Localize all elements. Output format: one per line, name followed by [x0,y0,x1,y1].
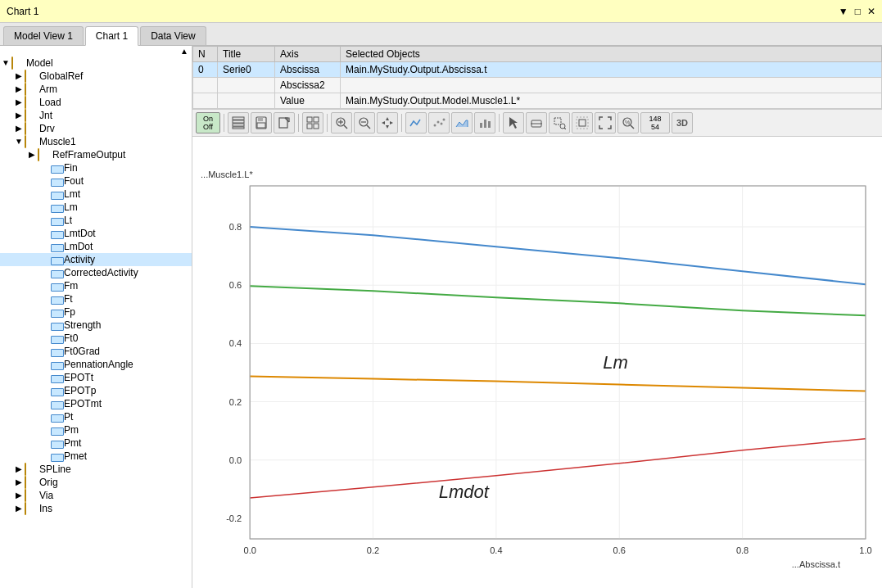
zoom-in-button[interactable] [331,112,352,133]
fit-button[interactable] [595,112,616,133]
select-tool-button[interactable] [503,112,524,133]
sidebar-item-ft0[interactable]: Ft0 [0,332,192,345]
sidebar-item-drv[interactable]: ▶Drv [0,122,192,135]
zoom-out2-button[interactable] [572,112,593,133]
tree-expander[interactable]: ▶ [13,70,25,82]
tree-label: Arm [39,84,57,95]
tree-label: Via [39,490,53,501]
tab-data-view[interactable]: Data View [140,26,206,45]
sidebar-item-arm[interactable]: ▶Arm [0,83,192,96]
sidebar-item-fp[interactable]: Fp [0,305,192,319]
tree-expander[interactable]: ▼ [13,136,25,147]
x-tick: 0.8 [736,545,749,555]
sidebar-item-correctedactivity[interactable]: CorrectedActivity [0,266,192,279]
zoom-out-button[interactable] [354,112,375,133]
table-row[interactable]: 0 Serie0 Abscissa Main.MyStudy.Output.Ab… [193,62,882,78]
sidebar-item-fm[interactable]: Fm [0,279,192,292]
sidebar-item-refframeoutput[interactable]: ▶RefFrameOutput [0,148,192,161]
sidebar-scroll-up[interactable]: ▲ [180,47,188,56]
sidebar-item-pmt[interactable]: Pmt [0,436,192,450]
sidebar-item-jnt[interactable]: ▶Jnt [0,109,192,122]
sidebar-item-epott[interactable]: EPOTt [0,371,192,384]
sidebar-item-lmtdot[interactable]: LmtDot [0,227,192,240]
zoom-percent-button[interactable]: % [617,112,639,133]
export-button[interactable] [274,112,295,133]
on-off-toggle[interactable]: On Off [196,112,220,133]
sidebar-item-lt[interactable]: Lt [0,214,192,227]
svg-rect-9 [307,117,312,122]
sidebar-item-muscle1[interactable]: ▼Muscle1 [0,135,192,148]
close-button[interactable]: ✕ [867,6,875,17]
col-axis: Axis [275,47,341,62]
tree-expander-empty [39,359,51,370]
sidebar-item-load[interactable]: ▶Load [0,96,192,109]
sidebar-item-pennationangle[interactable]: PennationAngle [0,358,192,371]
x-tick: 0.6 [613,545,626,555]
tree-expander-empty [39,319,51,331]
tree-label: PennationAngle [64,359,133,370]
table-row[interactable]: Value Main.MyStudy.Output.Model.Muscle1.… [193,93,882,109]
sidebar-item-pt[interactable]: Pt [0,410,192,423]
tree-label: Ft [64,293,73,305]
sidebar-item-globalref[interactable]: ▶GlobalRef [0,70,192,83]
tree-expander[interactable]: ▶ [13,110,25,121]
svg-rect-38 [579,120,586,126]
tab-model-view[interactable]: Model View 1 [3,26,84,45]
wave3-button[interactable] [451,112,473,133]
tree-expander[interactable]: ▶ [13,477,25,488]
sidebar-item-activity[interactable]: Activity [0,253,192,266]
sidebar-item-orig[interactable]: ▶Orig [0,476,192,489]
cell-title [218,78,275,93]
sidebar-item-ft[interactable]: Ft [0,292,192,305]
chart-area: ...Muscle1.L* ...Abscissa.t [192,137,882,588]
sidebar-item-fout[interactable]: Fout [0,174,192,188]
bar-button[interactable] [474,112,495,133]
sidebar-item-ins[interactable]: ▶Ins [0,502,192,515]
pan-button[interactable] [377,112,398,133]
tree-expander[interactable]: ▶ [13,464,25,475]
sidebar[interactable]: ▲ ▼Model▶GlobalRef▶Arm▶Load▶Jnt▶Drv▼Musc… [0,46,192,588]
svg-rect-5 [258,117,263,121]
sidebar-item-lm[interactable]: Lm [0,201,192,214]
sidebar-item-pmet[interactable]: Pmet [0,450,192,463]
grid-button[interactable] [302,112,323,133]
badge-button[interactable]: 148 54 [640,112,670,133]
sep4 [401,114,402,132]
tree-expander[interactable]: ▼ [0,57,11,69]
table-row[interactable]: Abscissa2 [193,78,882,93]
3d-button[interactable]: 3D [672,112,693,133]
sidebar-item-epotmt[interactable]: EPOTmt [0,397,192,410]
sidebar-item-via[interactable]: ▶Via [0,489,192,502]
wave2-button[interactable] [428,112,450,133]
svg-rect-1 [233,120,244,123]
tree-expander[interactable]: ▶ [13,503,25,514]
zoom-region-button[interactable] [549,112,570,133]
tree-expander[interactable]: ▶ [13,490,25,501]
tab-chart[interactable]: Chart 1 [85,26,138,46]
tree-container: ▼Model▶GlobalRef▶Arm▶Load▶Jnt▶Drv▼Muscle… [0,57,192,515]
sidebar-item-strength[interactable]: Strength [0,319,192,332]
sidebar-item-spline[interactable]: ▶SPLine [0,463,192,476]
tree-expander[interactable]: ▶ [13,123,25,134]
tree-expander[interactable]: ▶ [13,97,25,108]
tree-expander-empty [39,280,51,292]
sidebar-item-epotp[interactable]: EPOTp [0,384,192,397]
maximize-button[interactable]: □ [855,6,861,17]
pan-tool-button[interactable] [526,112,547,133]
save-button[interactable] [251,112,272,133]
sidebar-item-lmt[interactable]: Lmt [0,188,192,201]
sidebar-item-lmdot[interactable]: LmDot [0,240,192,253]
tree-expander[interactable]: ▶ [13,84,25,95]
window-controls[interactable]: ▼ □ ✕ [839,6,875,17]
sidebar-item-fin[interactable]: Fin [0,161,192,174]
sidebar-item-ft0grad[interactable]: Ft0Grad [0,345,192,358]
minimize-button[interactable]: ▼ [839,6,848,17]
tree-expander[interactable]: ▶ [26,149,38,161]
tree-label: GlobalRef [39,70,83,82]
sidebar-item-model[interactable]: ▼Model [0,57,192,70]
tree-expander-empty [39,228,51,239]
sidebar-item-pm[interactable]: Pm [0,423,192,436]
table-view-button[interactable] [228,112,249,133]
wave1-button[interactable] [405,112,427,133]
tree-expander-empty [39,306,51,318]
